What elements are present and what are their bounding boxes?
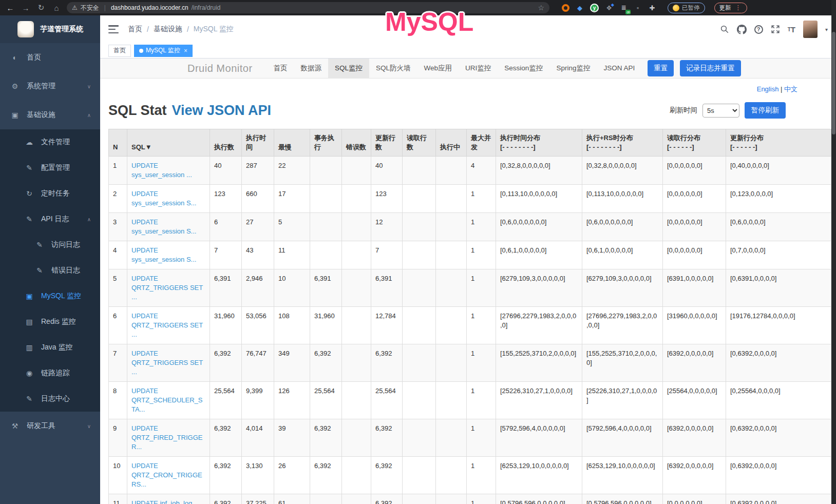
sql-link[interactable]: UPDATE inf_job_log SET e... <box>131 499 192 504</box>
close-icon[interactable]: × <box>184 47 187 54</box>
sidebar-item[interactable]: ◉链路追踪 <box>0 360 100 386</box>
column-header[interactable]: N <box>109 129 127 157</box>
druid-nav-item[interactable]: JSON API <box>597 58 641 78</box>
table-cell: [0,6392,0,0,0,0] <box>726 419 831 457</box>
sidebar-item-label: 定时任务 <box>41 189 96 198</box>
column-header[interactable]: 执行+RS时分布[- - - - - - - -] <box>582 129 663 157</box>
font-size-icon[interactable]: TT <box>788 25 795 34</box>
sidebar-item[interactable]: ✎配置管理 <box>0 155 100 181</box>
sidebar-item[interactable]: ✎错误日志 <box>0 258 100 283</box>
sidebar-item[interactable]: ⚒研发工具∨ <box>0 412 100 440</box>
breadcrumb-item[interactable]: 首页 <box>128 25 142 34</box>
help-icon[interactable]: ? <box>754 25 763 34</box>
druid-nav-item[interactable]: SQL监控 <box>328 59 369 79</box>
extension-icon[interactable]: ❖◆ <box>605 4 613 12</box>
sidebar-item[interactable]: ◐首页 <box>0 43 100 72</box>
table-cell: [0,6392,0,0,0,0] <box>726 494 831 504</box>
table-cell <box>342 185 371 213</box>
profile-paused-pill[interactable]: 已暂停 <box>668 3 705 13</box>
column-header[interactable]: 执行数 <box>210 129 242 157</box>
github-icon[interactable] <box>737 25 747 34</box>
column-header[interactable]: 更新行数 <box>371 129 403 157</box>
column-header-label: 读取行数 <box>407 133 431 152</box>
sidebar-item[interactable]: ✎API 日志∧ <box>0 206 100 232</box>
lang-chinese-link[interactable]: 中文 <box>784 85 797 93</box>
sql-link[interactable]: UPDATE sys_user_session S... <box>131 218 196 235</box>
sidebar-item[interactable]: ↻定时任务 <box>0 181 100 206</box>
druid-nav-item[interactable]: Web应用 <box>417 59 459 79</box>
extension-icon[interactable]: ≣on <box>619 4 628 12</box>
refresh-interval-select[interactable]: 5s <box>702 104 739 118</box>
url-bar[interactable]: ⚠ 不安全 | dashboard.yudao.iocoder.cn/infra… <box>67 2 549 13</box>
scrollbar-thumb[interactable] <box>832 32 835 134</box>
extension-icon[interactable]: ◆ <box>576 4 584 12</box>
log-and-reset-button[interactable]: 记录日志并重置 <box>680 60 741 76</box>
extension-icon[interactable]: ▪ <box>634 4 642 12</box>
breadcrumb-item[interactable]: 基础设施 <box>154 25 182 34</box>
column-header[interactable]: 执行时间分布[- - - - - - - -] <box>496 129 582 157</box>
back-icon[interactable]: ← <box>5 4 15 12</box>
chevron-down-icon[interactable]: ▾ <box>825 27 828 32</box>
bookmark-star-icon[interactable]: ☆ <box>538 4 544 12</box>
table-cell: 43 <box>242 241 274 269</box>
extension-icon[interactable]: y <box>590 4 599 12</box>
druid-nav-item[interactable]: 数据源 <box>294 59 329 79</box>
sql-link[interactable]: UPDATE QRTZ_TRIGGERS SET ... <box>131 312 203 338</box>
column-header[interactable]: 执行时间 <box>242 129 274 157</box>
column-header[interactable]: 读取行分布[- - - - - -] <box>663 129 726 157</box>
druid-nav-item[interactable]: Spring监控 <box>549 59 597 79</box>
table-cell: [6392,0,0,0,0,0] <box>663 419 726 457</box>
sql-link[interactable]: UPDATE sys_user_session S... <box>131 190 196 207</box>
view-json-api-link[interactable]: View JSON API <box>172 103 272 119</box>
hamburger-icon[interactable] <box>108 25 119 33</box>
druid-nav-item[interactable]: URI监控 <box>459 59 498 79</box>
fullscreen-icon[interactable] <box>771 25 780 34</box>
app-logo-image <box>17 21 34 37</box>
sql-link[interactable]: UPDATE sys_user_session ... <box>131 162 192 179</box>
lang-english-link[interactable]: English <box>757 85 779 93</box>
sql-link[interactable]: UPDATE QRTZ_CRON_TRIGGERS... <box>131 462 202 488</box>
column-header[interactable]: 最慢 <box>274 129 310 157</box>
sql-link[interactable]: UPDATE QRTZ_FIRED_TRIGGER... <box>131 424 202 451</box>
column-header[interactable]: 最大并发 <box>467 129 496 157</box>
home-icon[interactable]: ⌂ <box>51 4 62 12</box>
reload-icon[interactable]: ↻ <box>36 3 46 12</box>
sql-link[interactable]: UPDATE QRTZ_TRIGGERS SET ... <box>131 275 203 301</box>
sidebar-item[interactable]: ✎日志中心 <box>0 386 100 412</box>
sidebar-item[interactable]: ▣基础设施∧ <box>0 101 100 129</box>
column-header[interactable]: 错误数 <box>342 129 371 157</box>
column-header[interactable]: 事务执行 <box>310 129 342 157</box>
chrome-update-button[interactable]: 更新 ⋮ <box>714 3 747 13</box>
sidebar-item[interactable]: ▣MySQL 监控 <box>0 283 100 309</box>
column-header[interactable]: 执行中 <box>436 129 467 157</box>
sql-link[interactable]: UPDATE QRTZ_SCHEDULER_STA... <box>131 387 202 413</box>
druid-nav-item[interactable]: SQL防火墙 <box>369 59 417 79</box>
sidebar-item[interactable]: ▥Java 监控 <box>0 335 100 360</box>
sql-link[interactable]: UPDATE sys_user_session S... <box>131 246 196 263</box>
user-avatar[interactable] <box>803 21 818 38</box>
page-scrollbar[interactable] <box>831 0 836 504</box>
sidebar-item[interactable]: ☁文件管理 <box>0 129 100 155</box>
extension-icon[interactable] <box>562 4 569 12</box>
sidebar-item[interactable]: ▤Redis 监控 <box>0 309 100 335</box>
view-tag[interactable]: MySQL 监控× <box>134 45 193 57</box>
search-icon[interactable] <box>720 25 729 34</box>
druid-nav-item[interactable]: Session监控 <box>498 59 549 79</box>
reset-button[interactable]: 重置 <box>648 60 674 76</box>
table-cell: [0,0,0,0,0,0] <box>663 213 726 241</box>
pause-refresh-button[interactable]: 暂停刷新 <box>745 102 786 119</box>
forward-icon[interactable]: → <box>21 4 31 12</box>
sidebar-item[interactable]: ✎访问日志 <box>0 232 100 258</box>
table-cell: 287 <box>242 157 274 185</box>
column-header[interactable]: 读取行数 <box>403 129 436 157</box>
druid-nav-item[interactable]: 首页 <box>267 59 294 79</box>
table-cell: 22 <box>274 157 310 185</box>
sidebar-item[interactable]: ⚙系统管理∨ <box>0 72 100 101</box>
sql-link[interactable]: UPDATE QRTZ_TRIGGERS SET ... <box>131 350 203 376</box>
table-row: 7UPDATE QRTZ_TRIGGERS SET ...6,39276,747… <box>109 344 831 382</box>
extensions-puzzle-icon[interactable]: ✚ <box>648 4 656 12</box>
column-header[interactable]: 更新行分布[- - - - - -] <box>726 129 831 157</box>
column-header[interactable]: SQL▼ <box>127 129 210 157</box>
browser-menu-icon[interactable]: ⋮ <box>735 4 742 11</box>
view-tag[interactable]: 首页 <box>108 45 131 57</box>
